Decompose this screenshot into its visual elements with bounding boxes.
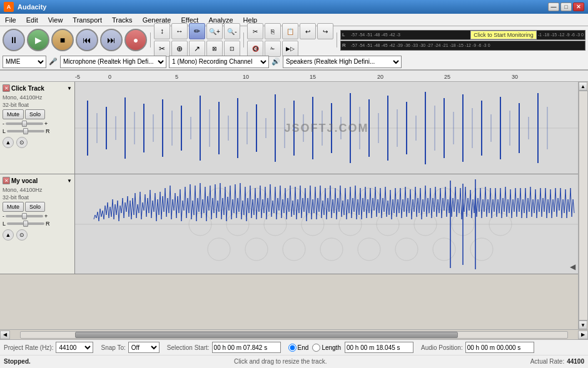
microphone-select[interactable]: Microphone (Realtek High Defi...	[60, 56, 166, 68]
cut-button[interactable]: ✂	[247, 23, 263, 39]
channel-select[interactable]: 1 (Mono) Recording Channel	[169, 56, 269, 68]
title-bar: A Audacity — □ ✕	[0, 0, 588, 14]
click-track-waveform[interactable]: 1.0 0.5 0.0 -0.5 -1.0 Click Track	[75, 82, 578, 174]
paste-button[interactable]: 📋	[282, 23, 298, 39]
mic-icon: 🎤	[49, 57, 58, 66]
silence-button[interactable]: 🔇	[247, 41, 263, 57]
h-scroll-right[interactable]: ▶	[578, 331, 588, 339]
play-button[interactable]: ▶	[27, 29, 49, 51]
pause-button[interactable]: ⏸	[3, 29, 25, 51]
zoom-fit[interactable]: ⊠	[206, 41, 223, 57]
ruler-mark: 30	[512, 74, 518, 80]
menu-edit[interactable]: Edit	[21, 14, 43, 26]
interface-select[interactable]: MME	[3, 56, 46, 68]
vocal-track-mute[interactable]: Mute	[3, 202, 24, 212]
draw-tool[interactable]: ✏	[189, 23, 205, 39]
end-radio-label: End	[298, 344, 309, 351]
magnify-tool[interactable]: ↗	[189, 41, 205, 57]
vocal-track-close[interactable]: ✕	[3, 177, 10, 184]
vocal-gain-slider[interactable]	[6, 215, 43, 217]
length-radio[interactable]	[312, 344, 320, 352]
play-at-speed[interactable]: ▶▷	[282, 41, 298, 57]
click-track-header: ✕ Click Track ▼ Mono, 44100Hz 32-bit flo…	[0, 82, 75, 174]
pan-thumb	[23, 128, 28, 134]
forward-button[interactable]: ⏭	[100, 29, 123, 51]
vocal-pan-thumb	[23, 221, 28, 227]
envelope-tool[interactable]: ✂	[154, 41, 170, 57]
vocal-track-collapse[interactable]: ▲	[3, 229, 14, 241]
vocal-track-pan: L R	[3, 221, 72, 227]
gain-slider[interactable]	[6, 122, 43, 125]
multi-tool[interactable]: ⊕	[171, 41, 188, 57]
click-track-solo[interactable]: Solo	[25, 109, 45, 119]
click-track-mute[interactable]: Mute	[3, 109, 24, 119]
click-track-menu[interactable]: ⊙	[16, 137, 28, 148]
end-radio[interactable]	[288, 344, 297, 352]
separator	[150, 32, 151, 47]
h-scroll-thumb[interactable]	[75, 332, 458, 338]
zoom-sel[interactable]: ⊡	[224, 41, 240, 57]
snap-select[interactable]: Off	[128, 342, 160, 353]
vocal-track-solo[interactable]: Solo	[25, 202, 45, 212]
timeline-ruler: -5 0 5 10 15 20 25 30	[0, 71, 588, 82]
stop-button[interactable]: ■	[51, 29, 74, 51]
menu-file[interactable]: File	[0, 14, 21, 26]
v-scroll-down[interactable]: ▼	[579, 321, 587, 329]
vocal-track-name: My vocal	[11, 177, 66, 184]
actual-rate-value: 44100	[567, 358, 584, 365]
selection-tool[interactable]: ↕	[154, 23, 170, 39]
ruler-mark: 0	[108, 74, 111, 80]
click-track-pan: L R	[3, 128, 72, 134]
sel-start-input[interactable]	[212, 342, 281, 353]
vocal-track-info1: Mono, 44100Hz	[3, 187, 72, 193]
zoom-out-icon[interactable]: 🔍-	[224, 23, 240, 39]
h-scroll-left[interactable]: ◀	[0, 331, 10, 339]
menu-transport[interactable]: Transport	[68, 14, 107, 26]
pan-slider[interactable]	[7, 130, 44, 132]
rewind-button[interactable]: ⏮	[76, 29, 98, 51]
click-track-close[interactable]: ✕	[3, 84, 10, 92]
click-track-collapse[interactable]: ▲	[3, 137, 14, 148]
audio-pos-input[interactable]	[465, 342, 534, 353]
trim-button[interactable]: ✁	[265, 41, 281, 57]
undo-button[interactable]: ↩	[300, 23, 316, 39]
vocal-track-menu[interactable]: ⊙	[16, 229, 28, 241]
minimize-button[interactable]: —	[548, 2, 559, 11]
time-shift-tool[interactable]: ↔	[171, 23, 188, 39]
vu-L-label: L	[342, 32, 350, 37]
record-button[interactable]: ●	[124, 29, 147, 51]
v-scroll-up[interactable]: ▲	[579, 82, 587, 91]
status-bar: Project Rate (Hz): 44100 Snap To: Off Se…	[0, 339, 588, 368]
copy-button[interactable]: ⎘	[265, 23, 281, 39]
vocal-pan-slider[interactable]	[7, 222, 44, 225]
maximize-button[interactable]: □	[560, 2, 572, 11]
vocal-track-waveform[interactable]: 1.0 0.5 0.0 -0.5 -1.0 My vocal	[75, 174, 578, 274]
speaker-select[interactable]: Speakers (Realtek High Defini...	[283, 56, 402, 68]
length-radio-option[interactable]: Length	[312, 344, 341, 352]
h-scrollbar[interactable]	[20, 331, 568, 339]
menu-view[interactable]: View	[43, 14, 68, 26]
close-button[interactable]: ✕	[573, 2, 584, 11]
svg-rect-0	[75, 82, 578, 174]
start-monitoring-button[interactable]: Click to Start Monitoring	[470, 31, 537, 39]
menu-tracks[interactable]: Tracks	[107, 14, 138, 26]
click-track-name: Click Track	[11, 85, 66, 92]
vertical-scrollbar[interactable]: ▲ ▼	[578, 82, 588, 329]
vocal-gain-thumb	[22, 213, 27, 219]
scroll-area: ◀ ▶	[0, 329, 588, 339]
click-track-info2: 32-bit float	[3, 102, 72, 108]
speaker-icon: 🔊	[271, 57, 280, 66]
end-radio-option[interactable]: End	[288, 344, 309, 352]
actual-rate-label: Actual Rate:	[530, 358, 564, 365]
ruler-mark: -5	[75, 74, 80, 80]
project-rate-select[interactable]: 44100	[56, 342, 93, 353]
redo-button[interactable]: ↪	[317, 23, 333, 39]
status-row1: Project Rate (Hz): 44100 Snap To: Off Se…	[0, 340, 588, 355]
ruler-mark: 25	[444, 74, 450, 80]
click-track-dropdown[interactable]: ▼	[67, 86, 72, 91]
vu-R-label: R	[342, 42, 350, 48]
zoom-in-icon[interactable]: 🔍+	[206, 23, 223, 39]
vocal-track-dropdown[interactable]: ▼	[67, 178, 72, 184]
end-value-input[interactable]	[345, 342, 413, 353]
separator3	[337, 32, 337, 47]
